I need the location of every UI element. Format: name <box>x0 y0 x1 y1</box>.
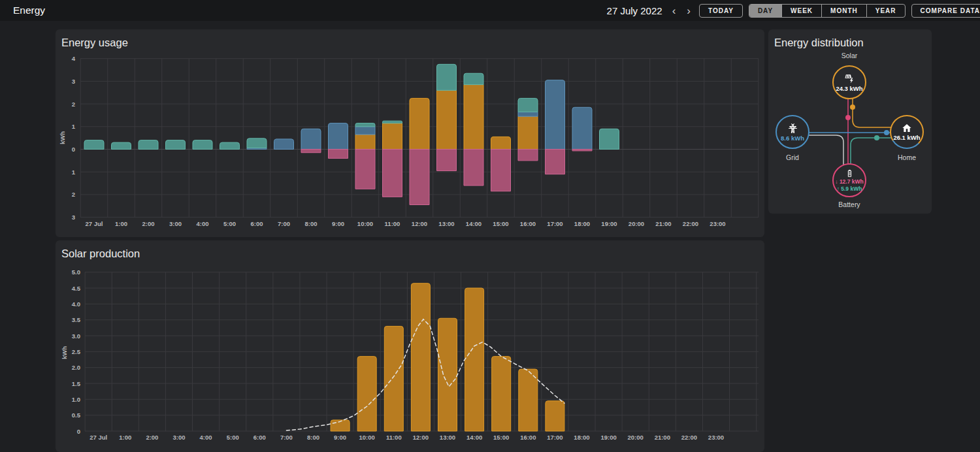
solar-node-value: 24.3 kWh <box>836 85 862 92</box>
flow-battery-to-home <box>851 138 896 167</box>
period-day-button[interactable]: DAY <box>749 5 781 17</box>
grid-node-value: 8.6 kWh <box>781 135 804 142</box>
solar-production-card: Solar production 5.04.54.03.53.02.52.01.… <box>56 240 764 452</box>
svg-text:9:00: 9:00 <box>332 220 344 227</box>
period-selector: DAY WEEK MONTH YEAR <box>749 4 906 18</box>
flow-dot-grid <box>884 130 889 135</box>
svg-text:16:00: 16:00 <box>520 220 536 227</box>
svg-text:1:00: 1:00 <box>115 220 127 227</box>
svg-text:7:00: 7:00 <box>280 434 293 441</box>
energy-usage-card: Energy usage 4321012327 Jul1:002:003:004… <box>56 29 764 237</box>
flow-dot-solar <box>850 105 855 110</box>
top-bar: Energy 27 July 2022 ‹ › TODAY DAY WEEK M… <box>0 0 980 21</box>
svg-text:19:00: 19:00 <box>601 220 617 227</box>
svg-text:17:00: 17:00 <box>547 434 563 441</box>
svg-text:20:00: 20:00 <box>629 220 644 227</box>
svg-text:0.5: 0.5 <box>72 412 81 419</box>
svg-text:1: 1 <box>72 123 76 130</box>
svg-text:kWh: kWh <box>61 346 68 359</box>
svg-text:0: 0 <box>72 146 75 153</box>
svg-text:10:00: 10:00 <box>359 434 375 441</box>
svg-text:2: 2 <box>72 101 75 108</box>
page-title: Energy <box>13 5 45 16</box>
svg-text:12:00: 12:00 <box>412 220 427 227</box>
energy-usage-chart: 4321012327 Jul1:002:003:004:005:006:007:… <box>56 29 764 237</box>
flow-dot-battery-discharge <box>874 135 879 140</box>
battery-node-value-in: ↓ 12.7 kWh <box>835 178 863 185</box>
svg-text:1.5: 1.5 <box>72 380 81 387</box>
svg-text:1:00: 1:00 <box>119 434 131 441</box>
battery-node[interactable]: ↓ 12.7 kWh ↑ 5.9 kWh <box>832 163 866 197</box>
svg-text:6:00: 6:00 <box>250 220 263 227</box>
flow-dot-battery-charge <box>845 115 851 120</box>
svg-text:8:00: 8:00 <box>304 220 317 227</box>
svg-text:27 Jul: 27 Jul <box>86 220 103 227</box>
svg-text:4.0: 4.0 <box>72 300 80 308</box>
svg-text:2.5: 2.5 <box>72 348 81 355</box>
period-week-button[interactable]: WEEK <box>781 5 821 17</box>
svg-text:23:00: 23:00 <box>710 220 725 227</box>
svg-text:17:00: 17:00 <box>547 220 563 227</box>
svg-text:21:00: 21:00 <box>655 220 671 227</box>
today-button[interactable]: TODAY <box>699 4 743 18</box>
svg-text:8:00: 8:00 <box>307 434 319 441</box>
energy-dashboard: { "topbar": { "title": "Energy", "date":… <box>0 0 980 452</box>
svg-text:4.5: 4.5 <box>72 285 81 292</box>
home-node[interactable]: 26.1 kWh <box>890 115 924 149</box>
svg-text:2.0: 2.0 <box>72 364 80 371</box>
svg-text:2: 2 <box>72 191 75 198</box>
solar-power-icon <box>844 73 855 84</box>
svg-text:4:00: 4:00 <box>196 220 208 227</box>
svg-text:1: 1 <box>72 169 76 176</box>
svg-text:9:00: 9:00 <box>334 434 346 441</box>
svg-text:3.5: 3.5 <box>72 316 81 323</box>
next-period-button[interactable]: › <box>684 5 693 16</box>
svg-text:21:00: 21:00 <box>655 434 670 441</box>
period-month-button[interactable]: MONTH <box>821 5 866 17</box>
svg-text:22:00: 22:00 <box>681 434 697 441</box>
svg-text:3: 3 <box>72 214 75 221</box>
svg-text:1.0: 1.0 <box>72 396 80 403</box>
svg-text:12:00: 12:00 <box>413 434 429 441</box>
svg-text:20:00: 20:00 <box>628 434 644 441</box>
home-node-value: 26.1 kWh <box>893 134 920 141</box>
period-year-button[interactable]: YEAR <box>866 5 905 17</box>
svg-text:15:00: 15:00 <box>493 434 509 441</box>
svg-text:3: 3 <box>72 78 75 85</box>
svg-text:13:00: 13:00 <box>438 220 454 227</box>
solar-production-chart: 5.04.54.03.53.02.52.01.51.00.5027 Jul1:0… <box>56 240 764 452</box>
svg-text:5.0: 5.0 <box>72 268 80 276</box>
svg-text:23:00: 23:00 <box>708 434 724 441</box>
home-node-inner: 26.1 kWh <box>891 116 923 148</box>
previous-period-button[interactable]: ‹ <box>670 5 679 16</box>
svg-text:kWh: kWh <box>59 131 66 144</box>
svg-text:11:00: 11:00 <box>386 434 402 441</box>
svg-text:16:00: 16:00 <box>520 434 536 441</box>
svg-text:5:00: 5:00 <box>227 434 239 441</box>
battery-node-label: Battery <box>823 201 875 208</box>
home-icon <box>902 123 912 133</box>
svg-text:11:00: 11:00 <box>385 220 400 227</box>
svg-text:2:00: 2:00 <box>142 220 154 227</box>
compare-data-button[interactable]: COMPARE DATA <box>911 4 980 18</box>
current-date: 27 July 2022 <box>607 5 662 16</box>
grid-node[interactable]: 8.6 kWh <box>776 115 809 149</box>
solar-node[interactable]: 24.3 kWh <box>832 65 866 99</box>
energy-distribution-card: Energy distribution Solar 24.3 kWh Grid … <box>768 29 932 214</box>
svg-text:13:00: 13:00 <box>440 434 455 441</box>
svg-text:4: 4 <box>72 55 76 62</box>
svg-text:3:00: 3:00 <box>169 220 182 227</box>
transmission-tower-icon <box>787 123 798 134</box>
svg-text:18:00: 18:00 <box>574 220 590 227</box>
svg-text:10:00: 10:00 <box>357 220 373 227</box>
svg-text:14:00: 14:00 <box>466 220 482 227</box>
battery-node-value-out: ↑ 5.9 kWh <box>837 186 862 192</box>
svg-text:6:00: 6:00 <box>253 434 266 441</box>
svg-text:0: 0 <box>77 428 80 435</box>
battery-icon <box>845 169 854 178</box>
home-node-label: Home <box>881 153 933 161</box>
date-controls: 27 July 2022 ‹ › TODAY DAY WEEK MONTH YE… <box>607 4 980 18</box>
svg-text:15:00: 15:00 <box>493 220 508 227</box>
flow-solar-to-home <box>853 95 896 127</box>
svg-text:5:00: 5:00 <box>223 220 236 227</box>
